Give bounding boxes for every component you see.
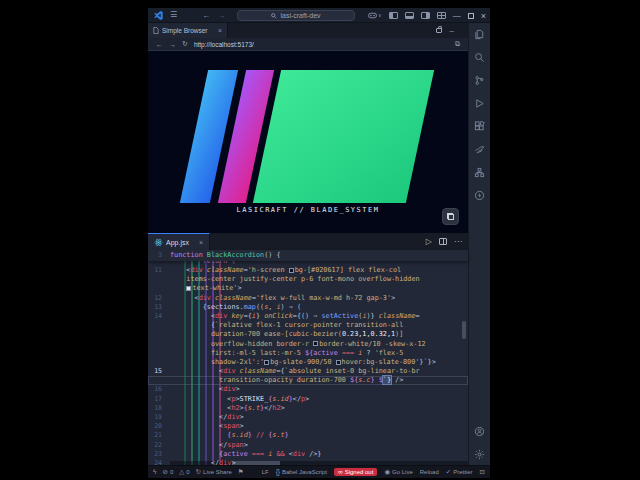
warnings[interactable]: △0: [179, 469, 189, 476]
code-text: </span>: [170, 441, 468, 450]
status-bar: ϟ⊘0△0↻Live Share⚑ LF{}Babel JavaScript∞S…: [148, 465, 490, 478]
split-editor-button[interactable]: [439, 238, 447, 245]
more-actions-icon[interactable]: –: [450, 26, 454, 35]
extensions-icon[interactable]: [473, 120, 486, 133]
code-line[interactable]: transition-opacity duration-700 ${s.c} $…: [148, 376, 468, 385]
editor-more-actions-button[interactable]: ⋯: [454, 237, 462, 246]
copilot-signed-out[interactable]: ∞Signed out: [334, 468, 377, 477]
prettier[interactable]: ✓Prettier: [446, 469, 473, 476]
code-token: h2: [272, 404, 280, 412]
code-line[interactable]: 12 <div className='flex w-full max-w-md …: [148, 294, 468, 303]
code-token: ?: [362, 349, 374, 357]
code-token: 'flex w-full max-w-md h-72 gap-3': [256, 294, 391, 302]
code-line[interactable]: 15 <div className={`absolute inset-0 bg-…: [148, 367, 468, 376]
copilot-menu-button[interactable]: ∨: [368, 12, 382, 19]
problems[interactable]: ⊘0: [162, 469, 173, 476]
maximize-button[interactable]: [468, 13, 474, 19]
lock-icon: [436, 28, 442, 33]
outline-nodes-icon[interactable]: [473, 166, 486, 179]
green-blade[interactable]: [253, 70, 434, 203]
code-text: {active === i && <div />}: [170, 450, 468, 459]
close-button[interactable]: ×: [481, 11, 486, 21]
open-external-icon[interactable]: ⧉: [455, 40, 460, 48]
code-editor[interactable]: return (11 <div className='h-screen bg-[…: [148, 261, 468, 465]
code-token: s.id: [231, 431, 247, 439]
code-line[interactable]: first:-ml-5 last:-mr-5 ${active === i ? …: [148, 349, 468, 358]
browser-back-button[interactable]: ←: [156, 41, 163, 48]
devtools-badge[interactable]: [442, 208, 459, 225]
command-center-search[interactable]: lasi-craft-dev: [237, 10, 355, 21]
eol-indicator[interactable]: LF: [262, 469, 269, 475]
line-number: 11: [148, 266, 170, 275]
code-token: h2: [231, 404, 239, 412]
code-token: className: [215, 294, 252, 302]
browser-reload-button[interactable]: ↻: [182, 40, 188, 48]
url-input[interactable]: http://localhost:5173/: [194, 41, 254, 48]
history-back-button[interactable]: ←: [202, 11, 210, 20]
go-live[interactable]: ◉Go Live: [384, 469, 412, 476]
tab-simple-browser[interactable]: Simple Browser ×: [148, 23, 228, 38]
tab-label: App.jsx: [166, 239, 189, 246]
menu-icon[interactable]: ☰: [170, 11, 177, 19]
run-file-button[interactable]: ▷: [426, 237, 432, 246]
toggle-secondary-sidebar-button[interactable]: [421, 12, 430, 19]
source-control-icon[interactable]: [473, 74, 486, 87]
browser-forward-button[interactable]: →: [169, 41, 176, 48]
account-icon[interactable]: [473, 425, 486, 438]
toggle-panel-button[interactable]: [405, 12, 414, 19]
code-line[interactable]: 19 </div>: [148, 413, 468, 422]
explorer-icon[interactable]: [473, 28, 486, 41]
thunder-client-icon[interactable]: [473, 189, 486, 202]
live-share-icon: ↻: [196, 469, 201, 476]
code-line[interactable]: 13 {sections.map((s, i) ⇒ (: [148, 303, 468, 312]
tab-close-icon[interactable]: ×: [199, 239, 203, 246]
code-line[interactable]: 11 <div className='h-screen bg-[#020617]…: [148, 266, 468, 275]
line-number: [148, 330, 170, 339]
sticky-scroll-line[interactable]: 3 function BlackAccordion() {: [148, 250, 468, 261]
remote-explorer-icon[interactable]: [473, 143, 486, 156]
code-token: sections: [207, 303, 240, 311]
code-line[interactable]: overflow-hidden border-r border-white/10…: [148, 340, 468, 349]
code-line[interactable]: shadow-2xl':'bg-slate-900/50 hover:bg-sl…: [148, 358, 468, 367]
code-token: () {: [264, 251, 280, 259]
line-number: [148, 349, 170, 358]
toggle-primary-sidebar-button[interactable]: [389, 12, 398, 19]
code-line[interactable]: 14 <div key={i} onClick={() ⇒ setActive(…: [148, 312, 468, 321]
code-line[interactable]: 21 {s.id} // {s.t}: [148, 431, 468, 440]
ports-flag[interactable]: ⚑: [238, 469, 244, 476]
code-line[interactable]: 18 <h2>{s.t}</h2>: [148, 404, 468, 413]
search-icon[interactable]: [473, 51, 486, 64]
code-line[interactable]: 24 </div>: [148, 459, 468, 465]
line-number: 23: [148, 450, 170, 459]
code-token: ${active: [305, 349, 338, 357]
line-number: [148, 340, 170, 349]
live-share[interactable]: ↻Live Share: [196, 469, 232, 476]
code-token: <: [170, 367, 223, 375]
code-line[interactable]: items-center justify-center p-6 font-mon…: [148, 275, 468, 284]
code-line[interactable]: 22 </span>: [148, 441, 468, 450]
code-token: setActive: [321, 312, 358, 320]
notifications-bell[interactable]: ⊡: [480, 469, 485, 476]
code-line[interactable]: {`relative flex-1 cursor-pointer transit…: [148, 321, 468, 330]
remote-indicator[interactable]: ϟ: [153, 469, 156, 476]
customize-layout-button[interactable]: [437, 12, 446, 19]
code-line[interactable]: 17 <p>STRIKE_{s.id}</p>: [148, 395, 468, 404]
line-number: [148, 376, 170, 385]
settings-gear-icon[interactable]: [473, 448, 486, 461]
reload[interactable]: Reload: [420, 469, 439, 475]
tab-close-icon[interactable]: ×: [218, 27, 222, 34]
code-line[interactable]: duration-700 ease-[cubic-bezier(0.23,1,0…: [148, 330, 468, 339]
code-line[interactable]: 20 <span>: [148, 422, 468, 431]
code-line[interactable]: 16 <div>: [148, 385, 468, 394]
history-forward-button[interactable]: →: [217, 11, 225, 20]
code-token: >: [391, 294, 395, 302]
live-share-label: Live Share: [203, 469, 232, 475]
language-mode[interactable]: {}Babel JavaScript: [276, 469, 327, 476]
code-token: ): [281, 303, 289, 311]
minimize-button[interactable]: —: [453, 11, 461, 20]
run-debug-icon[interactable]: [473, 97, 486, 110]
tab-app-jsx[interactable]: App.jsx ×: [148, 233, 210, 250]
code-token: >: [240, 422, 244, 430]
code-line[interactable]: 23 {active === i && <div />}: [148, 450, 468, 459]
code-line[interactable]: text-white'>: [148, 284, 468, 293]
